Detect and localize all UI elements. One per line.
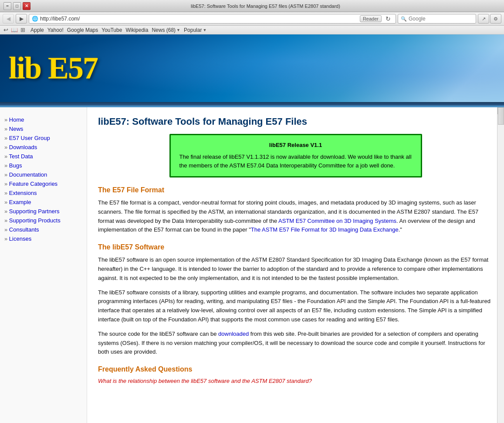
address-bar[interactable]: 🌐 Reader ↻ [29, 14, 396, 24]
bookmark-news[interactable]: News (68) [152, 27, 176, 33]
scrollbar[interactable]: ▲ ▼ [497, 107, 504, 423]
release-box-text: The final release of libE57 V1.1.312 is … [179, 153, 412, 170]
url-input[interactable] [40, 16, 358, 22]
sidebar-item-feature-categories[interactable]: Feature Categories [4, 181, 82, 187]
bookmark-yahoo[interactable]: Yahoo! [47, 27, 64, 33]
refresh-button[interactable]: ↻ [383, 14, 393, 24]
browser-toolbar: ◀ ▶ 🌐 Reader ↻ 🔍 ↗ ⚙ [0, 12, 504, 26]
main-content: libE57: Software Tools for Managing E57 … [87, 107, 504, 404]
faq-heading: Frequently Asked Questions [98, 365, 493, 373]
search-icon: 🔍 [401, 16, 407, 22]
forward-button[interactable]: ▶ [16, 14, 27, 24]
news-dropdown[interactable]: News (68) ▼ [152, 27, 180, 33]
header-divider [0, 102, 504, 106]
page-wrapper: lib E57 Home News E57 User Group Downloa… [0, 34, 504, 423]
window-title: libE57: Software Tools for Managing E57 … [30, 3, 501, 9]
sidebar-link-bugs[interactable]: Bugs [9, 162, 22, 169]
section1-paragraph1: The E57 file format is a compact, vendor… [98, 198, 493, 235]
back-button[interactable]: ◀ [3, 14, 14, 24]
faq-question-1: What is the relationship between the lib… [98, 378, 493, 384]
bookmark-icons: ↩ 📖 ⊞ [3, 27, 25, 33]
sidebar-link-supporting-products[interactable]: Supporting Products [9, 217, 61, 224]
content-area: Home News E57 User Group Downloads Test … [0, 107, 504, 423]
sidebar-link-home[interactable]: Home [9, 116, 24, 123]
sidebar-item-example[interactable]: Example [4, 199, 82, 205]
paper-link[interactable]: The ASTM E57 File Format for 3D Imaging … [251, 226, 399, 233]
sidebar-item-e57-user-group[interactable]: E57 User Group [4, 135, 82, 141]
bookmark-popular[interactable]: Popular [184, 27, 202, 33]
sidebar-item-news[interactable]: News [4, 126, 82, 132]
bookmark-google-maps[interactable]: Google Maps [67, 27, 98, 33]
minimize-button[interactable]: – [3, 2, 11, 10]
window-controls[interactable]: – □ ✕ [3, 2, 30, 10]
release-box: libE57 Release V1.1 The final release of… [169, 134, 422, 177]
bookmark-apple[interactable]: Apple [30, 27, 44, 33]
section2-paragraph3: The source code for the libE57 software … [98, 330, 493, 357]
search-bar[interactable]: 🔍 [398, 14, 476, 24]
sidebar-item-consultants[interactable]: Consultants [4, 226, 82, 233]
bookmarks-icon[interactable]: 📖 [11, 27, 18, 33]
bookmarks-bar: ↩ 📖 ⊞ Apple Yahoo! Google Maps YouTube W… [0, 26, 504, 34]
site-logo: lib E57 [9, 50, 98, 86]
page-icon: 🌐 [32, 16, 38, 22]
sidebar-link-documentation[interactable]: Documentation [9, 171, 47, 178]
popular-chevron: ▼ [203, 28, 206, 32]
sidebar-link-example[interactable]: Example [9, 199, 31, 205]
sidebar-item-downloads[interactable]: Downloads [4, 144, 82, 150]
sidebar-link-news[interactable]: News [9, 126, 24, 132]
sidebar-item-test-data[interactable]: Test Data [4, 153, 82, 160]
maximize-button[interactable]: □ [13, 2, 21, 10]
sidebar-link-consultants[interactable]: Consultants [9, 226, 39, 233]
reader-button[interactable]: Reader [360, 15, 382, 22]
downloaded-link[interactable]: downloaded [218, 331, 249, 337]
astm-e57-link[interactable]: ASTM E57 Committee on 3D Imaging Systems [278, 218, 396, 224]
grid-icon[interactable]: ⊞ [20, 27, 25, 33]
section2-paragraph2: The libE57 software consists of a librar… [98, 288, 493, 324]
toolbar-icons: ↗ ⚙ [478, 14, 501, 24]
sidebar-link-extensions[interactable]: Extensions [9, 190, 37, 196]
popular-dropdown[interactable]: Popular ▼ [184, 27, 206, 33]
sidebar-item-licenses[interactable]: Licenses [4, 235, 82, 242]
bookmark-youtube[interactable]: YouTube [101, 27, 122, 33]
sidebar-link-e57-user-group[interactable]: E57 User Group [9, 135, 50, 141]
sidebar-item-extensions[interactable]: Extensions [4, 190, 82, 196]
news-chevron: ▼ [176, 28, 180, 32]
site-header: lib E57 [0, 34, 504, 102]
sidebar-item-bugs[interactable]: Bugs [4, 162, 82, 169]
settings-button[interactable]: ⚙ [490, 14, 501, 24]
scrollbar-thumb[interactable] [498, 107, 504, 125]
sidebar-link-licenses[interactable]: Licenses [9, 235, 31, 242]
section2-paragraph1: The libE57 software is an open source im… [98, 256, 493, 283]
sidebar: Home News E57 User Group Downloads Test … [0, 107, 87, 423]
page-title: libE57: Software Tools for Managing E57 … [98, 116, 493, 127]
sidebar-item-supporting-partners[interactable]: Supporting Partners [4, 208, 82, 215]
sidebar-link-downloads[interactable]: Downloads [9, 144, 37, 150]
back-icon[interactable]: ↩ [3, 27, 8, 33]
sidebar-link-supporting-partners[interactable]: Supporting Partners [9, 208, 60, 215]
sidebar-item-documentation[interactable]: Documentation [4, 171, 82, 178]
section1-heading: The E57 File Format [98, 186, 493, 194]
sidebar-link-test-data[interactable]: Test Data [9, 153, 33, 160]
search-input[interactable] [409, 16, 474, 22]
window-titlebar: – □ ✕ libE57: Software Tools for Managin… [0, 0, 504, 12]
release-box-title: libE57 Release V1.1 [179, 142, 412, 148]
sidebar-link-feature-categories[interactable]: Feature Categories [9, 181, 58, 187]
sidebar-item-home[interactable]: Home [4, 116, 82, 123]
close-button[interactable]: ✕ [23, 2, 30, 10]
section2-heading: The libE57 Software [98, 243, 493, 251]
section2-p3-start: The source code for the libE57 software … [98, 331, 218, 337]
share-button[interactable]: ↗ [478, 14, 489, 24]
sidebar-item-supporting-products[interactable]: Supporting Products [4, 217, 82, 224]
bookmark-wikipedia[interactable]: Wikipedia [125, 27, 148, 33]
